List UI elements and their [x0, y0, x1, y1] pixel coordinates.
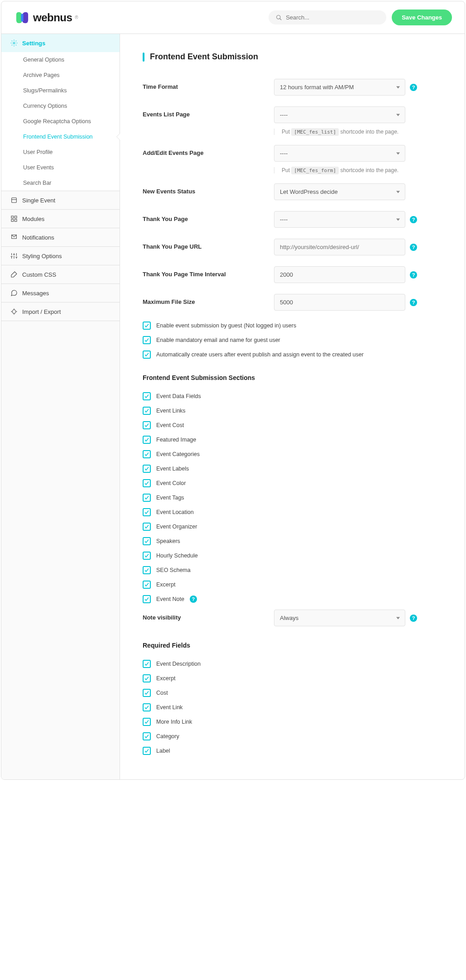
sections-title: Frontend Event Submission Sections: [143, 374, 442, 381]
checkbox[interactable]: [143, 523, 151, 531]
checkbox-label: Event Link: [156, 704, 183, 711]
nav-sub-item[interactable]: Frontend Event Submission: [1, 129, 120, 144]
checkbox-label: Enable mandatory email and name for gues…: [156, 337, 280, 343]
nav-sub-item[interactable]: Archive Pages: [1, 67, 120, 83]
nav-sub-item[interactable]: Slugs/Permalinks: [1, 83, 120, 98]
checkbox[interactable]: [143, 336, 151, 344]
checkbox-label: Event Links: [156, 408, 186, 414]
nav-icon: [10, 252, 18, 259]
checkbox[interactable]: [143, 537, 151, 545]
help-icon[interactable]: ?: [410, 271, 417, 279]
checkbox-label: Hourly Schedule: [156, 552, 198, 559]
nav-section-item[interactable]: Import / Export: [1, 303, 120, 321]
svg-point-2: [13, 42, 15, 44]
checkbox[interactable]: [143, 703, 151, 711]
nav-section-label: Modules: [22, 216, 44, 222]
input-thank-you-interval[interactable]: [274, 266, 405, 283]
checkbox[interactable]: [143, 747, 151, 755]
logo-icon: [14, 11, 30, 24]
nav-icon: [10, 197, 18, 204]
select-note-visibility[interactable]: Always: [274, 610, 405, 626]
checkbox[interactable]: [143, 581, 151, 589]
label-thank-you-page: Thank You Page: [143, 211, 274, 222]
checkbox-label: Event Location: [156, 509, 194, 515]
nav-section-item[interactable]: Single Event: [1, 191, 120, 209]
checkbox-label: Cost: [156, 690, 168, 696]
hint-events-list: Put [MEC_fes_list] shortcode into the pa…: [274, 129, 442, 135]
gear-icon: [10, 39, 18, 47]
checkbox[interactable]: [143, 351, 151, 359]
nav-section-item[interactable]: Modules: [1, 210, 120, 228]
logo-reg: ®: [75, 15, 78, 20]
select-time-format[interactable]: 12 hours format with AM/PM: [274, 79, 405, 96]
label-events-list-page: Events List Page: [143, 106, 274, 118]
label-new-events-status: New Events Status: [143, 183, 274, 195]
checkbox[interactable]: [143, 421, 151, 429]
nav-sub-item[interactable]: Google Recaptcha Options: [1, 114, 120, 129]
checkbox-label: Speakers: [156, 538, 180, 544]
nav-sub-item[interactable]: General Options: [1, 52, 120, 67]
checkbox-label: Event Color: [156, 480, 186, 486]
checkbox[interactable]: [143, 322, 151, 330]
page-title: Frontend Event Submission: [143, 52, 442, 62]
checkbox-label: SEO Schema: [156, 567, 191, 573]
checkbox-label: Event Categories: [156, 451, 200, 457]
checkbox[interactable]: [143, 494, 151, 502]
checkbox[interactable]: [143, 392, 151, 400]
select-new-events-status[interactable]: Let WordPress decide: [274, 183, 405, 200]
checkbox-label: Event Data Fields: [156, 393, 201, 399]
checkbox[interactable]: [143, 450, 151, 458]
checkbox[interactable]: [143, 689, 151, 697]
save-changes-button[interactable]: Save Changes: [392, 10, 452, 25]
checkbox[interactable]: [143, 732, 151, 740]
nav-section-item[interactable]: Custom CSS: [1, 265, 120, 283]
checkbox[interactable]: [143, 566, 151, 574]
nav-section-item[interactable]: Notifications: [1, 228, 120, 246]
checkbox-label: Featured Image: [156, 437, 196, 443]
search-input[interactable]: [286, 14, 379, 21]
checkbox[interactable]: [143, 660, 151, 668]
nav-icon: [10, 271, 18, 278]
checkbox[interactable]: [143, 552, 151, 560]
checkbox[interactable]: [143, 595, 151, 603]
help-icon[interactable]: ?: [410, 216, 417, 223]
checkbox[interactable]: [143, 407, 151, 415]
nav-sub-item[interactable]: Currency Options: [1, 98, 120, 114]
checkbox[interactable]: [143, 436, 151, 444]
label-note-visibility: Note visibility: [143, 610, 274, 621]
nav-sub-item[interactable]: User Events: [1, 160, 120, 175]
label-add-edit-page: Add/Edit Events Page: [143, 145, 274, 156]
nav-section-item[interactable]: Messages: [1, 284, 120, 302]
logo: webnus ®: [14, 11, 78, 24]
nav-settings[interactable]: Settings: [1, 34, 120, 52]
checkbox-label: Event Labels: [156, 466, 189, 472]
checkbox[interactable]: [143, 718, 151, 726]
help-icon[interactable]: ?: [410, 299, 417, 306]
logo-text: webnus: [33, 11, 72, 24]
checkbox-label: Category: [156, 733, 179, 740]
search-box[interactable]: [269, 10, 386, 24]
help-icon[interactable]: ?: [410, 84, 417, 91]
checkbox[interactable]: [143, 479, 151, 487]
nav-sub-item[interactable]: User Profile: [1, 144, 120, 160]
checkbox-label: Event Note: [156, 596, 184, 602]
input-max-file-size[interactable]: [274, 294, 405, 311]
checkbox-label: Event Tags: [156, 495, 184, 501]
svg-rect-5: [11, 216, 14, 218]
nav-sub-item[interactable]: Search Bar: [1, 175, 120, 191]
help-icon[interactable]: ?: [410, 615, 417, 622]
select-add-edit-page[interactable]: ----: [274, 145, 405, 162]
main-content: Frontend Event Submission Time Format 12…: [120, 34, 465, 779]
checkbox[interactable]: [143, 508, 151, 516]
checkbox[interactable]: [143, 465, 151, 473]
nav-icon: [10, 308, 18, 315]
input-thank-you-url[interactable]: [274, 239, 405, 255]
nav-section-item[interactable]: Styling Options: [1, 247, 120, 265]
help-icon[interactable]: ?: [410, 244, 417, 251]
select-thank-you-page[interactable]: ----: [274, 211, 405, 228]
svg-line-1: [280, 18, 282, 20]
select-events-list-page[interactable]: ----: [274, 106, 405, 123]
checkbox[interactable]: [143, 674, 151, 682]
checkbox-label: Excerpt: [156, 581, 175, 588]
help-icon[interactable]: ?: [190, 596, 197, 603]
